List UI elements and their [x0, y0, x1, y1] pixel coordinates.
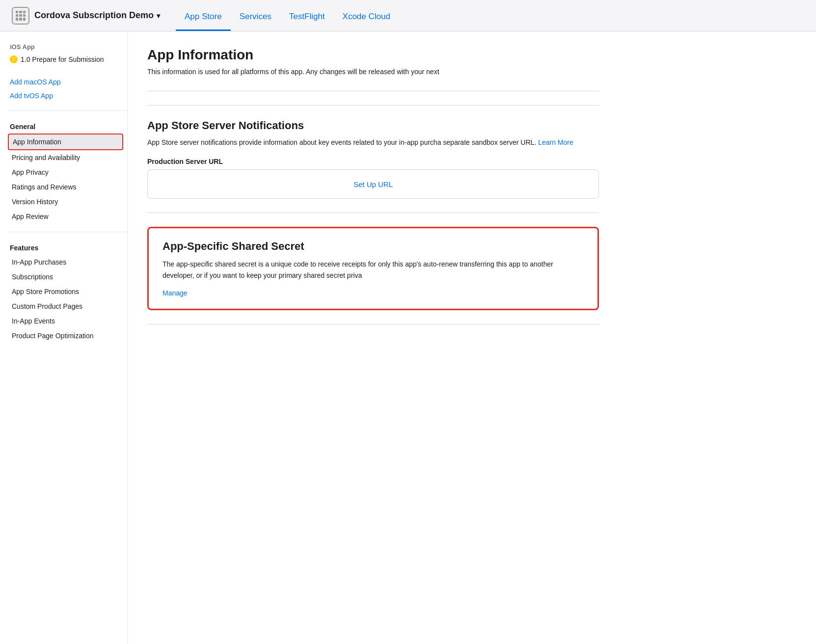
sidebar-item-app-store-promotions[interactable]: App Store Promotions — [8, 284, 123, 299]
topbar: Cordova Subscription Demo ▾ App Store Se… — [0, 0, 816, 31]
add-macos-link[interactable]: Add macOS App — [8, 75, 127, 89]
sidebar-item-app-information[interactable]: App Information — [8, 134, 123, 150]
sidebar-item-app-review[interactable]: App Review — [8, 209, 123, 224]
logo-cell — [19, 18, 22, 20]
main-content: App Information This information is used… — [128, 31, 619, 644]
server-notifications-desc: App Store server notifications provide i… — [147, 137, 599, 148]
app-name-chevron-icon: ▾ — [157, 12, 160, 20]
shared-secret-desc: The app-specific shared secret is a uniq… — [163, 259, 584, 281]
section-divider-1 — [147, 91, 599, 91]
section-divider-2 — [147, 105, 599, 106]
sidebar-version-label: 1.0 Prepare for Submission — [21, 55, 104, 63]
logo-cell — [19, 14, 22, 17]
section-divider-4 — [147, 324, 599, 324]
manage-link[interactable]: Manage — [163, 289, 188, 297]
app-name[interactable]: Cordova Subscription Demo ▾ — [34, 10, 160, 21]
sidebar-app-type: iOS App — [8, 43, 127, 51]
logo-cell — [19, 11, 22, 13]
sidebar-features-title: Features — [8, 240, 127, 255]
nav-item-services[interactable]: Services — [231, 0, 280, 31]
logo-cell — [16, 11, 18, 13]
app-logo-section: Cordova Subscription Demo ▾ — [12, 7, 160, 25]
production-server-url-box[interactable]: Set Up URL — [147, 169, 599, 199]
logo-cell — [16, 18, 18, 20]
app-information-title: App Information — [147, 47, 599, 63]
section-divider-3 — [147, 213, 599, 213]
top-navigation: App Store Services TestFlight Xcode Clou… — [176, 0, 399, 31]
sidebar: iOS App ! 1.0 Prepare for Submission Add… — [0, 31, 128, 644]
sidebar-version-item[interactable]: ! 1.0 Prepare for Submission — [8, 54, 127, 65]
sidebar-item-ratings-reviews[interactable]: Ratings and Reviews — [8, 180, 123, 194]
logo-cell — [23, 11, 26, 13]
sidebar-item-pricing-availability[interactable]: Pricing and Availability — [8, 150, 123, 165]
sidebar-item-in-app-events[interactable]: In-App Events — [8, 314, 123, 328]
sidebar-item-version-history[interactable]: Version History — [8, 194, 123, 209]
logo-cell — [23, 14, 26, 17]
sidebar-divider-2 — [8, 232, 127, 232]
production-server-label: Production Server URL — [147, 158, 599, 165]
learn-more-link[interactable]: Learn More — [538, 138, 573, 146]
setup-url-link[interactable]: Set Up URL — [354, 180, 393, 188]
sidebar-item-in-app-purchases[interactable]: In-App Purchases — [8, 255, 123, 269]
nav-item-testflight[interactable]: TestFlight — [280, 0, 334, 31]
sidebar-item-product-page-optimization[interactable]: Product Page Optimization — [8, 328, 123, 343]
nav-item-app-store[interactable]: App Store — [176, 0, 231, 31]
sidebar-item-subscriptions[interactable]: Subscriptions — [8, 269, 123, 284]
logo-cell — [16, 14, 18, 17]
sidebar-app-section: iOS App ! 1.0 Prepare for Submission — [8, 43, 127, 65]
sidebar-general-title: General — [8, 119, 127, 134]
sidebar-item-custom-product-pages[interactable]: Custom Product Pages — [8, 299, 123, 314]
nav-item-xcode-cloud[interactable]: Xcode Cloud — [334, 0, 399, 31]
server-notifications-title: App Store Server Notifications — [147, 119, 599, 132]
logo-grid — [16, 11, 26, 21]
version-status-dot: ! — [10, 55, 18, 63]
sidebar-item-app-privacy[interactable]: App Privacy — [8, 165, 123, 180]
shared-secret-title: App-Specific Shared Secret — [163, 240, 584, 253]
app-name-text: Cordova Subscription Demo — [34, 10, 154, 21]
add-tvos-link[interactable]: Add tvOS App — [8, 89, 127, 103]
logo-cell — [23, 18, 26, 20]
app-icon — [12, 7, 29, 25]
sidebar-divider-1 — [8, 110, 127, 111]
shared-secret-box: App-Specific Shared Secret The app-speci… — [147, 227, 599, 310]
server-notifications-desc-text: App Store server notifications provide i… — [147, 138, 536, 146]
main-layout: iOS App ! 1.0 Prepare for Submission Add… — [0, 31, 816, 644]
app-information-desc: This information is used for all platfor… — [147, 67, 599, 77]
